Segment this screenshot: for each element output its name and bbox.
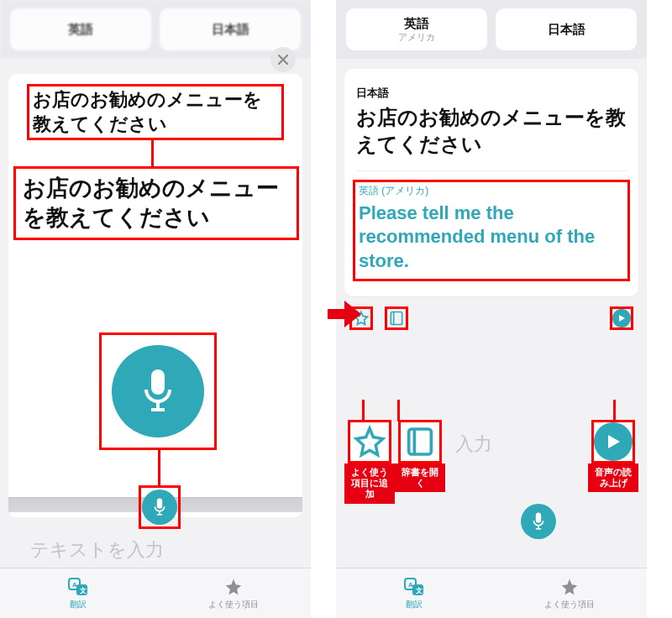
play-button-large[interactable] — [594, 422, 633, 461]
callouts-row: よく使う項目に追加 辞書を開く 入力 音声の読み上げ — [344, 420, 638, 504]
translation-card: お店のお勧めのメニューを教えてください お店のお勧めのメニューを教えてください — [8, 74, 302, 517]
annotation-connector — [158, 450, 160, 485]
language-selector-row: 英語 日本語 — [0, 0, 311, 59]
divider — [356, 170, 627, 171]
language-sub-label: アメリカ — [398, 32, 435, 42]
play-button-large-box — [591, 420, 635, 464]
target-lang-label: 英語 (アメリカ) — [359, 184, 624, 198]
svg-rect-3 — [157, 499, 162, 509]
tab-bar: A文 翻訳 よく使う項目 — [0, 568, 311, 618]
svg-text:A: A — [72, 581, 77, 589]
close-icon — [277, 54, 289, 65]
language-pill-english[interactable]: 英語 — [10, 8, 151, 50]
callout-label: よく使う項目に追加 — [344, 464, 395, 504]
play-icon — [605, 433, 622, 450]
play-icon-small-annotation — [610, 306, 633, 330]
tab-favorites[interactable]: よく使う項目 — [155, 568, 311, 618]
language-label: 日本語 — [212, 23, 249, 37]
source-text: お店のお勧めのメニューを教えてください — [356, 104, 627, 159]
tab-label: 翻訳 — [406, 599, 423, 610]
translation-annotation: 英語 (アメリカ) Please tell me the recommended… — [353, 180, 630, 281]
close-button[interactable] — [270, 47, 296, 72]
mic-button-small-annotation — [139, 485, 181, 529]
arrow-right-icon — [326, 296, 363, 333]
svg-text:A: A — [408, 581, 413, 589]
tab-translate[interactable]: A文 翻訳 — [0, 568, 155, 618]
translation-result-card: 日本語 お店のお勧めのメニューを教えてください 英語 (アメリカ) Please… — [344, 69, 638, 296]
tab-label: よく使う項目 — [544, 599, 595, 610]
microphone-icon — [152, 497, 167, 517]
svg-rect-0 — [151, 369, 165, 395]
svg-rect-14 — [536, 513, 541, 523]
mic-button-small[interactable] — [142, 490, 177, 525]
play-icon — [617, 314, 626, 322]
flow-arrow — [326, 296, 363, 336]
translate-icon: A文 — [68, 577, 88, 597]
source-lang-label: 日本語 — [356, 86, 627, 101]
callout-speak: 音声の読み上げ — [588, 420, 638, 492]
language-pill-japanese[interactable]: 日本語 — [160, 8, 301, 50]
language-selector-row: 英語 アメリカ 日本語 — [336, 0, 647, 59]
svg-rect-10 — [391, 312, 402, 324]
annotation-connector — [362, 400, 365, 422]
tab-favorites[interactable]: よく使う項目 — [491, 568, 647, 618]
language-pill-japanese[interactable]: 日本語 — [496, 8, 637, 50]
input-area: 入力 — [445, 420, 588, 457]
favorite-icon-large[interactable] — [348, 420, 391, 464]
book-icon[interactable] — [388, 310, 405, 327]
annotation-connector — [613, 400, 616, 422]
mic-button-large-annotation — [99, 333, 217, 450]
callout-label: 辞書を開く — [395, 464, 445, 492]
tab-bar: A文 翻訳 よく使う項目 — [336, 568, 647, 618]
text-input-placeholder[interactable]: テキストを入力 — [30, 537, 164, 563]
microphone-icon — [139, 366, 176, 416]
svg-text:文: 文 — [79, 587, 87, 594]
star-icon — [223, 577, 244, 597]
star-outline-icon — [352, 424, 387, 459]
target-text: Please tell me the recommended menu of t… — [359, 202, 624, 274]
language-label: 英語 — [404, 17, 429, 31]
language-label: 英語 — [68, 23, 93, 37]
star-icon — [559, 577, 580, 597]
callout-label: 音声の読み上げ — [588, 464, 638, 492]
translate-icon: A文 — [404, 577, 424, 597]
dictionary-icon-small-annotation — [385, 306, 408, 330]
left-phone-screen: 英語 日本語 お店のお勧めのメニューを教えてください お店のお勧めのメニューを教… — [0, 0, 311, 618]
text-input-placeholder[interactable]: 入力 — [455, 432, 492, 457]
tab-label: よく使う項目 — [208, 599, 259, 610]
annotation-connector — [397, 400, 400, 422]
action-icons-row — [336, 306, 647, 330]
svg-text:文: 文 — [415, 587, 423, 594]
callout-dictionary: 辞書を開く — [395, 420, 445, 492]
language-label: 日本語 — [548, 23, 585, 37]
mic-button-small[interactable] — [521, 504, 556, 539]
tab-translate[interactable]: A文 翻訳 — [336, 568, 491, 618]
mic-button-large[interactable] — [112, 345, 204, 437]
microphone-icon — [531, 511, 546, 532]
dictionary-icon-large[interactable] — [398, 420, 442, 464]
input-text-preview: お店のお勧めのメニューを教えてください — [27, 84, 284, 140]
language-pill-english[interactable]: 英語 アメリカ — [346, 8, 487, 50]
tab-label: 翻訳 — [70, 599, 87, 610]
svg-rect-12 — [409, 429, 432, 454]
play-button-small[interactable] — [612, 309, 631, 327]
book-icon — [403, 425, 437, 458]
callout-favorite: よく使う項目に追加 — [344, 420, 395, 504]
right-phone-screen: 英語 アメリカ 日本語 日本語 お店のお勧めのメニューを教えてください 英語 (… — [336, 0, 647, 618]
input-text-large: お店のお勧めのメニューを教えてください — [13, 166, 299, 240]
annotation-connector — [151, 138, 154, 166]
